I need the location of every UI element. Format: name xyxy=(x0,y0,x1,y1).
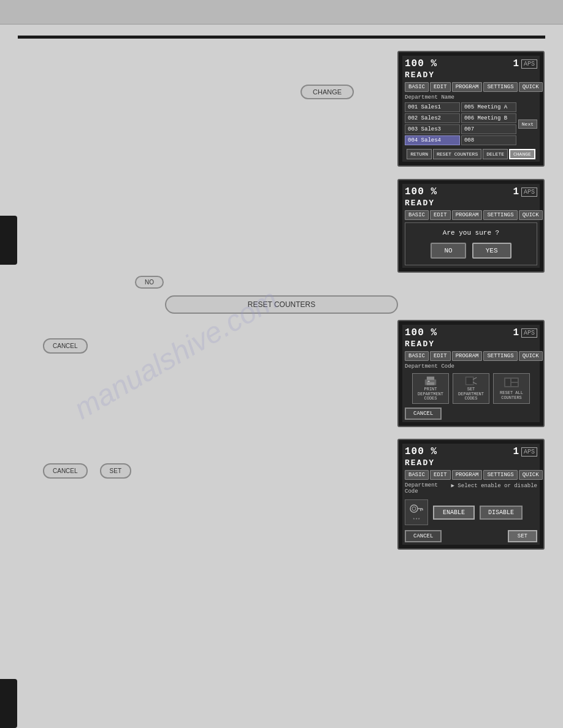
return-btn[interactable]: RETURN xyxy=(407,149,432,159)
tab-edit-1[interactable]: EDIT xyxy=(430,82,451,92)
screen1-status: READY xyxy=(405,70,537,80)
screen4-title: Department Code xyxy=(405,482,438,495)
set-dept-codes-icon[interactable]: SET DEPARTMENT CODES xyxy=(453,373,489,404)
screen4-tabs: BASIC EDIT PROGRAM SETTINGS QUICK xyxy=(405,470,537,480)
tab-quick-4[interactable]: QUICK xyxy=(519,470,543,480)
dept-row-1: 001 Sales1 005 Meeting A xyxy=(405,102,516,112)
svg-rect-9 xyxy=(505,379,510,386)
svg-point-13 xyxy=(412,507,416,510)
dept-008[interactable]: 008 xyxy=(461,135,516,145)
screen4-header: 100 % 1 APS xyxy=(405,446,537,457)
tab-program-3[interactable]: PROGRAM xyxy=(452,351,483,361)
page-wrapper: manualshive.com CHANGE 100 % 1 APS xyxy=(0,0,563,728)
tab-basic-4[interactable]: BASIC xyxy=(405,470,429,480)
delete-btn[interactable]: DELETE xyxy=(483,149,508,159)
tab-edit-3[interactable]: EDIT xyxy=(430,351,451,361)
tab-edit-4[interactable]: EDIT xyxy=(430,470,451,480)
screen2-header: 100 % 1 APS xyxy=(405,186,537,197)
reset-counters-pill[interactable]: RESET COUNTERS xyxy=(165,295,398,314)
enable-btn[interactable]: ENABLE xyxy=(433,506,475,520)
cancel-pill-4[interactable]: CANCEL xyxy=(43,463,88,479)
dept-grid-area: 001 Sales1 005 Meeting A 002 Sales2 006 … xyxy=(405,102,516,146)
screen2-tabs: BASIC EDIT PROGRAM SETTINGS QUICK xyxy=(405,210,537,220)
screen3-title: Department Code xyxy=(405,363,537,370)
next-btn-area: Next xyxy=(518,102,537,146)
tab-basic-2[interactable]: BASIC xyxy=(405,210,429,220)
screen2-pct: 100 % xyxy=(405,186,437,197)
screen3-cancel-area: CANCEL xyxy=(405,408,537,420)
screen3-tabs: BASIC EDIT PROGRAM SETTINGS QUICK xyxy=(405,351,537,361)
section2-outside-btns: NO xyxy=(135,276,164,289)
screen3-header: 100 % 1 APS xyxy=(405,327,537,338)
screen1-header: 100 % 1 APS xyxy=(405,58,537,69)
next-button-1[interactable]: Next xyxy=(518,119,537,129)
tab-basic-1[interactable]: BASIC xyxy=(405,82,429,92)
dialog-btns: NO YES xyxy=(412,243,530,259)
tab-quick-2[interactable]: QUICK xyxy=(519,210,543,220)
svg-rect-3 xyxy=(427,381,429,382)
tab-quick-3[interactable]: QUICK xyxy=(519,351,543,361)
change-pill-btn[interactable]: CHANGE xyxy=(301,85,354,99)
dept-007[interactable]: 007 xyxy=(461,124,516,134)
reset-counters-btn[interactable]: RESET COUNTERS xyxy=(433,149,481,159)
screen1-panel: 100 % 1 APS READY BASIC EDIT PROGRAM SET… xyxy=(397,51,545,167)
no-btn[interactable]: NO xyxy=(431,243,465,259)
screen4-title-row: Department Code ▶ Select enable or disab… xyxy=(405,482,537,495)
screen1-pct: 100 % xyxy=(405,58,437,69)
screen3-pct: 100 % xyxy=(405,327,437,338)
dept-006[interactable]: 006 Meeting B xyxy=(461,113,516,123)
svg-rect-2 xyxy=(427,382,434,385)
screen4-aps: APS xyxy=(521,447,537,457)
reset-all-label: RESET ALL COUNTERS xyxy=(496,391,527,400)
section4-left: CANCEL SET xyxy=(31,439,385,549)
dept-001[interactable]: 001 Sales1 xyxy=(405,102,460,112)
dept-005[interactable]: 005 Meeting A xyxy=(461,102,516,112)
dept-name-label: Department Name xyxy=(405,94,537,100)
print-label: PRINT DEPARTMENT CODES xyxy=(415,387,446,401)
screen2-panel: 100 % 1 APS READY BASIC EDIT PROGRAM SET… xyxy=(397,179,545,273)
screen2-aps: APS xyxy=(521,188,537,197)
tab-program-1[interactable]: PROGRAM xyxy=(452,82,483,92)
no-pill-btn[interactable]: NO xyxy=(135,276,164,289)
section3-left: CANCEL xyxy=(31,320,385,430)
tab-settings-1[interactable]: SETTINGS xyxy=(483,82,517,92)
dept-003[interactable]: 003 Sales3 xyxy=(405,124,460,134)
bottom-left-tab xyxy=(0,679,17,728)
top-bar xyxy=(0,0,563,25)
cancel-btn-3[interactable]: CANCEL xyxy=(405,408,442,420)
dept-004[interactable]: 004 Sales4 xyxy=(405,135,460,145)
svg-rect-5 xyxy=(466,377,473,384)
change-btn[interactable]: CHANGE xyxy=(509,149,535,159)
set-pill-4[interactable]: SET xyxy=(100,463,131,479)
dept-row-3: 003 Sales3 007 xyxy=(405,124,516,134)
screen2-status: READY xyxy=(405,199,537,208)
section2-left xyxy=(31,179,385,277)
section-2: NO 100 % 1 APS READY BASIC EDIT xyxy=(31,179,545,277)
tab-settings-2[interactable]: SETTINGS xyxy=(483,210,517,220)
tab-settings-3[interactable]: SETTINGS xyxy=(483,351,517,361)
screen1-num: 1 xyxy=(513,58,519,69)
screen3-aps: APS xyxy=(521,328,537,338)
section-rule xyxy=(18,36,545,39)
dept-002[interactable]: 002 Sales2 xyxy=(405,113,460,123)
enable-disable-area: *** ENABLE DISABLE xyxy=(405,499,537,525)
dept-row-4: 004 Sales4 008 xyxy=(405,135,516,145)
tab-settings-4[interactable]: SETTINGS xyxy=(483,470,517,480)
cancel-pill-outside[interactable]: CANCEL xyxy=(43,338,88,354)
disable-btn[interactable]: DISABLE xyxy=(480,506,523,520)
tab-basic-3[interactable]: BASIC xyxy=(405,351,429,361)
reset-all-counters-icon[interactable]: RESET ALL COUNTERS xyxy=(493,373,530,404)
tab-edit-2[interactable]: EDIT xyxy=(430,210,451,220)
cancel-btn-4[interactable]: CANCEL xyxy=(405,530,442,542)
screen3-num: 1 xyxy=(513,327,519,338)
tab-program-2[interactable]: PROGRAM xyxy=(452,210,483,220)
tab-quick-1[interactable]: QUICK xyxy=(519,82,543,92)
set-btn-4[interactable]: SET xyxy=(508,530,537,542)
screen1-aps: APS xyxy=(521,59,537,69)
screen3-status: READY xyxy=(405,339,537,349)
screen4-panel: 100 % 1 APS READY BASIC EDIT PROGRAM SET… xyxy=(397,439,545,550)
yes-btn[interactable]: YES xyxy=(472,243,511,259)
tab-program-4[interactable]: PROGRAM xyxy=(452,470,483,480)
print-dept-codes-icon[interactable]: PRINT DEPARTMENT CODES xyxy=(412,373,449,404)
section2-left-tab xyxy=(0,216,17,265)
